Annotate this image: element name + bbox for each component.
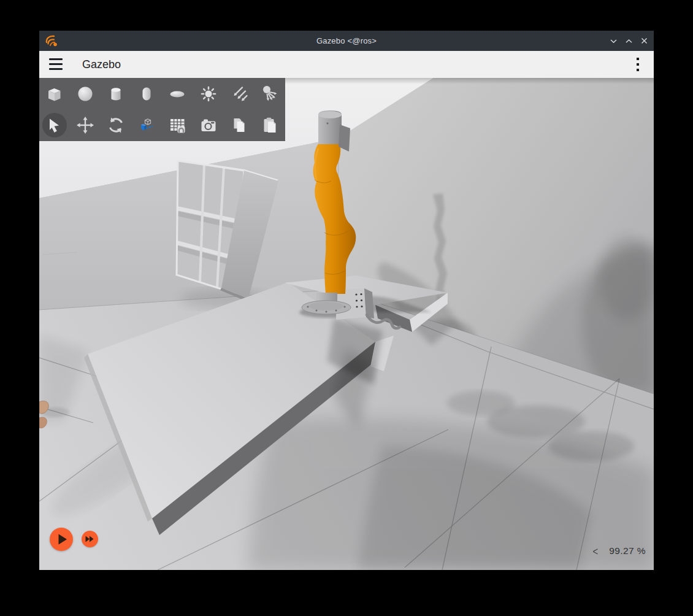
3d-viewport[interactable]: < 99.27 % <box>39 78 654 570</box>
rtf-display: < 99.27 % <box>593 545 646 556</box>
play-button[interactable] <box>50 528 73 551</box>
maximize-icon[interactable] <box>624 36 634 46</box>
play-icon <box>50 528 73 551</box>
step-forward-button[interactable] <box>82 531 98 547</box>
snap-icon[interactable] <box>131 110 162 142</box>
grid-icon[interactable] <box>162 110 193 142</box>
titlebar: Gazebo <@ros> <box>39 31 654 51</box>
box-icon[interactable] <box>39 78 70 110</box>
close-icon[interactable] <box>639 36 649 46</box>
toolbar-row-shapes <box>39 78 285 110</box>
paste-icon[interactable] <box>255 110 285 142</box>
kebab-menu-icon[interactable] <box>634 58 641 71</box>
point-light-icon[interactable] <box>193 78 223 110</box>
rtf-collapse-chevron[interactable]: < <box>593 544 599 557</box>
copy-icon[interactable] <box>224 110 255 142</box>
ellipsoid-icon[interactable] <box>162 78 193 110</box>
scene-render <box>39 78 654 570</box>
sphere-icon[interactable] <box>70 78 101 110</box>
menubar: Gazebo <box>39 51 654 78</box>
directional-light-icon[interactable] <box>224 78 255 110</box>
window-title: Gazebo <@ros> <box>39 36 654 45</box>
select-arrow-icon[interactable] <box>39 110 70 142</box>
spot-light-icon[interactable] <box>255 78 285 110</box>
gazebo-flame-icon <box>45 34 59 48</box>
screenshot-camera-icon[interactable] <box>193 110 223 142</box>
toolbar-row-tools <box>39 110 285 142</box>
translate-icon[interactable] <box>70 110 101 142</box>
rotate-icon[interactable] <box>101 110 131 142</box>
gazebo-window: Gazebo <@ros> Gazebo <box>39 31 654 570</box>
window-controls <box>608 31 649 51</box>
step-forward-icon <box>82 531 98 547</box>
cylinder-icon[interactable] <box>101 78 131 110</box>
capsule-icon[interactable] <box>131 78 162 110</box>
rtf-value: 99.27 % <box>609 545 646 556</box>
minimize-icon[interactable] <box>608 36 618 46</box>
shapes-toolbar <box>39 78 285 141</box>
hamburger-icon[interactable] <box>49 58 63 70</box>
app-title: Gazebo <box>82 51 121 78</box>
